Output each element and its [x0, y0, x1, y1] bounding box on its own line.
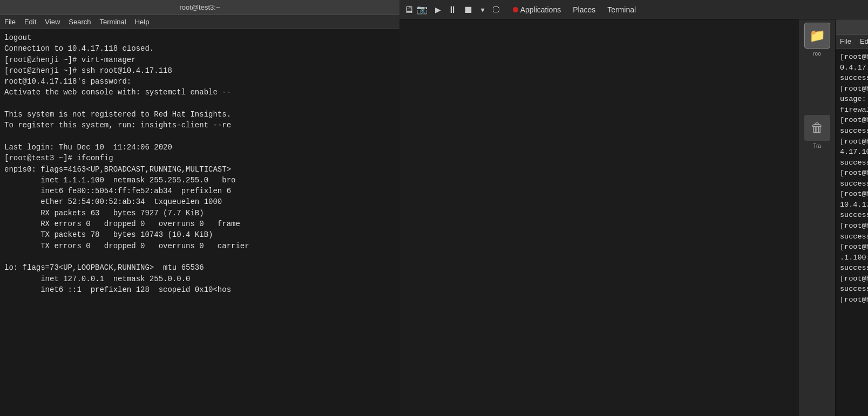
topbar-menu: Applications Places Terminal [507, 3, 641, 16]
right-menu-edit[interactable]: Edit [860, 37, 868, 45]
pause-icon[interactable]: ⏸ [444, 2, 460, 17]
right-terminal-body[interactable]: [root@haha services]# firewall-cmd --per… [836, 49, 868, 416]
screen-icon[interactable]: 🖵 [489, 3, 503, 16]
menu-edit[interactable]: Edit [24, 18, 36, 26]
play-icon[interactable]: ▶ [432, 2, 444, 17]
folder-label: roo [813, 51, 820, 57]
left-terminal-menubar: File Edit View Search Terminal Help [0, 15, 399, 29]
left-terminal: root@test3:~ File Edit View Search Termi… [0, 0, 399, 416]
places-menu[interactable]: Places [567, 3, 601, 16]
right-terminal-container: root@haha:/lib/firewalld/services File E… [836, 19, 868, 416]
dropdown-icon[interactable]: ▾ [477, 2, 489, 17]
right-menu-file[interactable]: File [840, 37, 851, 45]
stop-icon[interactable]: ⏹ [460, 2, 477, 17]
trash-icon[interactable]: 🗑 [804, 115, 830, 141]
menu-view[interactable]: View [45, 18, 60, 26]
menu-file[interactable]: File [4, 18, 16, 26]
gnome-topbar: 🖥 📷 ▶ ⏸ ⏹ ▾ 🖵 Applications Places Termin… [399, 0, 868, 19]
applications-label: Applications [520, 5, 561, 14]
terminal-menu[interactable]: Terminal [602, 3, 641, 16]
left-terminal-titlebar: root@test3:~ [0, 0, 399, 15]
right-terminal-titlebar: root@haha:/lib/firewalld/services [836, 19, 868, 35]
camera-icon: 📷 [417, 4, 428, 15]
menu-terminal[interactable]: Terminal [100, 18, 126, 26]
trash-label: Tra [813, 143, 821, 149]
topbar-nav: ▶ ⏸ ⏹ ▾ 🖵 [432, 2, 503, 17]
monitor-icon: 🖥 [404, 4, 413, 15]
right-panel: 🖥 📷 ▶ ⏸ ⏹ ▾ 🖵 Applications Places Termin… [399, 0, 868, 416]
menu-help[interactable]: Help [135, 18, 150, 26]
menu-search[interactable]: Search [69, 18, 91, 26]
file-manager-sidebar: 📁 roo 🗑 Tra [799, 19, 836, 416]
left-terminal-title: root@test3:~ [180, 3, 220, 11]
applications-menu[interactable]: Applications [507, 3, 567, 16]
left-terminal-body[interactable]: logout Connection to 10.4.17.118 closed.… [0, 29, 399, 416]
right-terminal-menubar: File Edit View Search Terminal Help [836, 35, 868, 49]
red-dot-icon [513, 7, 518, 12]
topbar-icons: 🖥 📷 [399, 4, 432, 15]
folder-icon[interactable]: 📁 [804, 23, 830, 49]
